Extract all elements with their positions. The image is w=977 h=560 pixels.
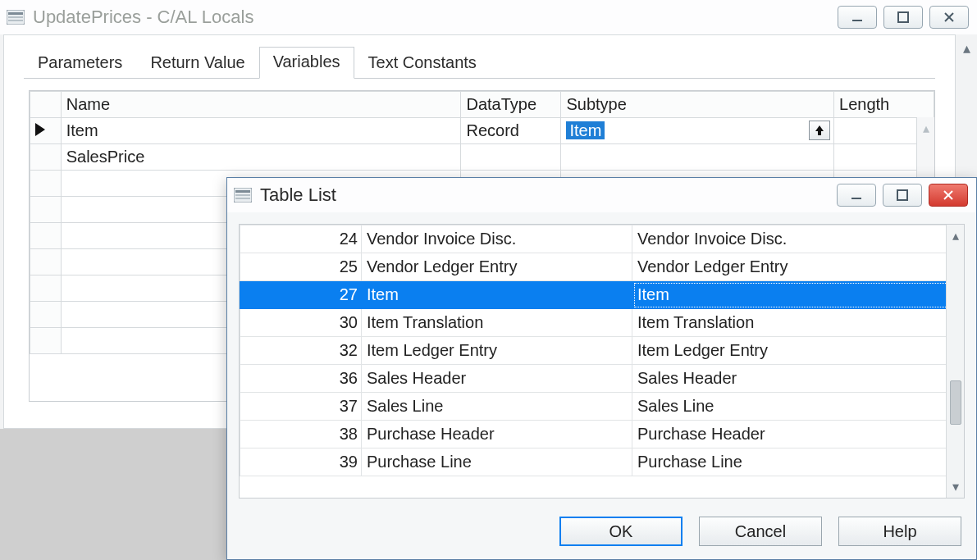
cell-table-caption[interactable]: Sales Line xyxy=(632,393,964,421)
table-list-row[interactable]: 25Vendor Ledger EntryVendor Ledger Entry xyxy=(240,253,964,281)
current-row-indicator-icon xyxy=(35,123,45,136)
cell-table-name[interactable]: Vendor Ledger Entry xyxy=(362,253,632,281)
tab-return-value[interactable]: Return Value xyxy=(136,48,258,79)
table-list-button-row: OK Cancel Help xyxy=(559,517,961,546)
tab-variables[interactable]: Variables xyxy=(259,47,354,79)
row-selector[interactable] xyxy=(30,171,62,197)
close-button[interactable] xyxy=(929,184,968,207)
subtype-value[interactable]: Item xyxy=(566,121,605,139)
app-icon xyxy=(234,188,252,203)
cell-table-caption[interactable]: Item xyxy=(632,281,964,309)
table-list-titlebar: Table List xyxy=(227,178,976,212)
maximize-button[interactable] xyxy=(883,184,922,207)
cell-subtype[interactable] xyxy=(561,144,834,171)
row-selector[interactable] xyxy=(30,328,62,354)
minimize-button[interactable] xyxy=(837,184,876,207)
cell-table-name[interactable]: Sales Header xyxy=(362,365,632,393)
table-list-row[interactable]: 38Purchase HeaderPurchase Header xyxy=(240,421,964,448)
cell-table-caption[interactable]: Item Ledger Entry xyxy=(632,337,964,365)
subtype-lookup-button[interactable] xyxy=(809,121,830,140)
variables-row[interactable]: SalesPrice xyxy=(30,144,934,171)
scroll-thumb[interactable] xyxy=(950,380,961,425)
row-selector[interactable] xyxy=(30,197,62,223)
col-header-length[interactable]: Length xyxy=(834,92,934,118)
cell-name[interactable]: SalesPrice xyxy=(61,144,461,171)
maximize-button[interactable] xyxy=(883,6,923,29)
cell-table-caption[interactable]: Purchase Line xyxy=(632,448,964,476)
cell-table-id[interactable]: 37 xyxy=(240,393,362,421)
table-list-row[interactable]: 36Sales HeaderSales Header xyxy=(240,365,964,393)
svg-marker-8 xyxy=(815,125,824,135)
cell-table-caption[interactable]: Item Translation xyxy=(632,309,964,337)
cell-table-caption[interactable]: Vendor Invoice Disc. xyxy=(632,225,964,253)
table-list-row[interactable]: 27ItemItem xyxy=(240,281,964,309)
cell-table-name[interactable]: Item xyxy=(362,281,632,309)
tab-text-constants[interactable]: Text Constants xyxy=(354,48,491,79)
table-list-row[interactable]: 32Item Ledger EntryItem Ledger Entry xyxy=(240,337,964,365)
help-button[interactable]: Help xyxy=(838,517,961,546)
svg-rect-4 xyxy=(852,20,862,21)
table-list-scrollbar[interactable]: ▴ ▾ xyxy=(946,225,964,498)
svg-rect-1 xyxy=(8,12,23,15)
scroll-up-icon: ▴ xyxy=(952,225,959,247)
table-list-body: 24Vendor Invoice Disc.Vendor Invoice Dis… xyxy=(239,224,965,499)
table-list-grid[interactable]: 24Vendor Invoice Disc.Vendor Invoice Dis… xyxy=(240,225,964,476)
table-list-window: Table List 24Vendor Invoice Disc.Vendor … xyxy=(226,177,977,560)
table-list-row[interactable]: 24Vendor Invoice Disc.Vendor Invoice Dis… xyxy=(240,225,964,253)
minimize-button[interactable] xyxy=(838,6,877,29)
col-header-name[interactable]: Name xyxy=(61,92,461,118)
main-window-title: UpdatePrices - C/AL Locals xyxy=(33,7,838,28)
cell-datatype[interactable] xyxy=(461,144,561,171)
row-selector[interactable] xyxy=(30,275,62,302)
cell-table-name[interactable]: Purchase Line xyxy=(362,448,632,476)
close-button[interactable] xyxy=(929,6,969,29)
svg-rect-14 xyxy=(897,190,907,200)
row-selector[interactable] xyxy=(30,118,62,144)
table-list-row[interactable]: 37Sales LineSales Line xyxy=(240,393,964,421)
row-selector[interactable] xyxy=(30,144,62,171)
arrow-up-icon xyxy=(815,125,824,136)
tabstrip: Parameters Return Value Variables Text C… xyxy=(4,35,955,78)
cell-name[interactable]: Item xyxy=(61,118,461,144)
cell-table-id[interactable]: 32 xyxy=(240,337,362,365)
table-list-row[interactable]: 30Item TranslationItem Translation xyxy=(240,309,964,337)
cell-table-id[interactable]: 27 xyxy=(240,281,362,309)
main-titlebar: UpdatePrices - C/AL Locals xyxy=(0,0,977,34)
cell-table-name[interactable]: Vendor Invoice Disc. xyxy=(362,225,632,253)
ok-button[interactable]: OK xyxy=(559,517,683,546)
cell-table-id[interactable]: 30 xyxy=(240,309,362,337)
svg-rect-12 xyxy=(235,198,250,199)
cell-table-id[interactable]: 36 xyxy=(240,365,362,393)
row-selector[interactable] xyxy=(30,249,62,275)
variables-header-row: Name DataType Subtype Length xyxy=(30,92,934,118)
cell-datatype[interactable]: Record xyxy=(461,118,561,144)
cell-table-id[interactable]: 39 xyxy=(240,448,362,476)
tab-parameters[interactable]: Parameters xyxy=(24,48,136,79)
row-selector[interactable] xyxy=(30,302,62,328)
cell-table-name[interactable]: Sales Line xyxy=(362,393,632,421)
scroll-up-icon: ▴ xyxy=(923,117,929,139)
cell-table-id[interactable]: 38 xyxy=(240,421,362,448)
table-list-title: Table List xyxy=(260,184,837,206)
svg-rect-10 xyxy=(235,190,250,193)
cell-table-caption[interactable]: Sales Header xyxy=(632,365,964,393)
cell-subtype[interactable]: Item xyxy=(561,118,834,144)
variables-row[interactable]: ItemRecordItem xyxy=(30,118,934,144)
cell-table-id[interactable]: 24 xyxy=(240,225,362,253)
row-selector[interactable] xyxy=(30,223,62,249)
scroll-down-icon: ▾ xyxy=(952,476,959,498)
cell-table-caption[interactable]: Purchase Header xyxy=(632,421,964,448)
col-header-subtype[interactable]: Subtype xyxy=(561,92,834,118)
svg-rect-5 xyxy=(898,12,908,22)
svg-rect-11 xyxy=(235,194,250,196)
cell-table-name[interactable]: Item Ledger Entry xyxy=(362,337,632,365)
cancel-button[interactable]: Cancel xyxy=(699,517,822,546)
cell-table-name[interactable]: Item Translation xyxy=(362,309,632,337)
col-header-datatype[interactable]: DataType xyxy=(461,92,561,118)
cell-table-name[interactable]: Purchase Header xyxy=(362,421,632,448)
cell-table-caption[interactable]: Vendor Ledger Entry xyxy=(632,253,964,281)
table-list-window-controls xyxy=(837,184,968,207)
scroll-up-icon: ▴ xyxy=(963,39,970,57)
cell-table-id[interactable]: 25 xyxy=(240,253,362,281)
table-list-row[interactable]: 39Purchase LinePurchase Line xyxy=(240,448,964,476)
